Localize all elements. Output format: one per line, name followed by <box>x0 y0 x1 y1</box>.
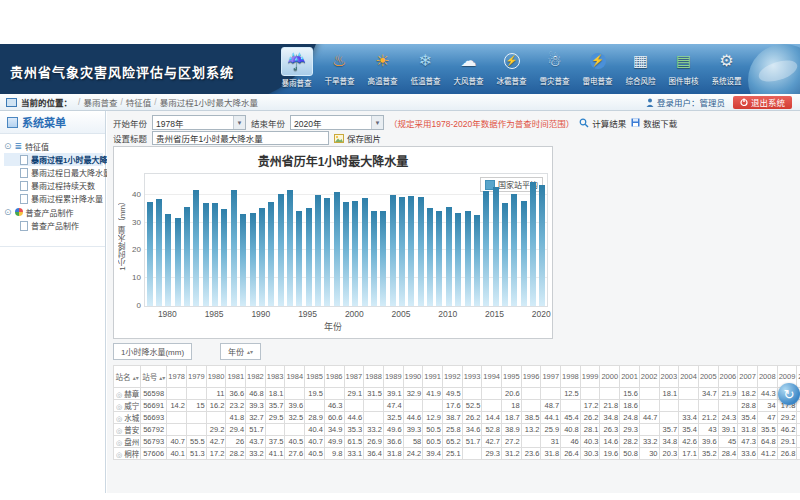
table-row[interactable]: ◎ 水城5669341.832.729.532.528.960.644.632.… <box>114 412 800 424</box>
table-row[interactable]: ◎ 普安5679229.229.451.740.434.935.333.249.… <box>114 424 800 436</box>
save-image-button[interactable]: 保存图片 <box>334 132 381 144</box>
bar-1983 <box>193 190 199 306</box>
floating-widget[interactable]: ↻ <box>778 383 800 405</box>
breadcrumb-item[interactable]: 特征值 <box>126 96 152 108</box>
year-header-1983[interactable]: 1983 <box>265 366 285 388</box>
year-header-1995[interactable]: 1995 <box>502 366 522 388</box>
value-cell: 34.8 <box>659 436 679 448</box>
sidebar-item[interactable]: 暴雨过程1小时最大降水量 <box>4 153 103 166</box>
year-header-1988[interactable]: 1988 <box>364 366 384 388</box>
value-cell: 26.2 <box>580 412 600 424</box>
nav-map-review[interactable]: ▤图件审核 <box>662 47 705 88</box>
year-header-1994[interactable]: 1994 <box>482 366 502 388</box>
x-tick-label: 1985 <box>199 309 229 319</box>
sidebar-node-普查产品制作[interactable]: ⊙普查产品制作 <box>4 205 103 219</box>
year-header-2003[interactable]: 2003 <box>659 366 679 388</box>
year-header-1982[interactable]: 1982 <box>246 366 266 388</box>
year-sort-box[interactable]: 年份 ▴▾ <box>220 343 261 360</box>
nav-low-temp-survey[interactable]: ❄低温普查 <box>404 47 447 88</box>
sidebar-item[interactable]: 暴雨过程累计降水量 <box>4 192 103 205</box>
breadcrumb-item[interactable]: 暴雨过程1小时最大降水量 <box>160 96 258 108</box>
station-name-header[interactable]: 站名 ▴▾ <box>114 366 141 388</box>
year-header-2007[interactable]: 2007 <box>738 366 758 388</box>
year-header-1990[interactable]: 1990 <box>403 366 423 388</box>
year-header-1981[interactable]: 1981 <box>226 366 246 388</box>
sidebar-item[interactable]: 暴雨过程持续天数 <box>4 179 103 192</box>
year-header-1999[interactable]: 1999 <box>580 366 600 388</box>
logout-button[interactable]: 退出系统 <box>733 96 792 109</box>
chart-title-input[interactable]: 贵州省历年1小时最大降水量 <box>152 131 329 145</box>
year-header-1987[interactable]: 1987 <box>344 366 364 388</box>
year-header-1993[interactable]: 1993 <box>462 366 482 388</box>
sidebar-item[interactable]: 暴雨过程日最大降水量 <box>4 166 103 179</box>
nav-high-temp-survey[interactable]: ☀高温普查 <box>361 47 404 88</box>
chevron-down-icon: ▼ <box>371 116 383 129</box>
sidebar-divider <box>0 246 105 247</box>
year-header-2005[interactable]: 2005 <box>698 366 718 388</box>
year-header-1978[interactable]: 1978 <box>167 366 187 388</box>
value-cell: 49.9 <box>324 436 344 448</box>
end-year-select[interactable]: 2020年 ▼ <box>290 115 384 130</box>
year-header-1989[interactable]: 1989 <box>383 366 403 388</box>
table-row[interactable]: ◎ 威宁5669114.21516.223.239.335.739.646.34… <box>114 400 800 412</box>
value-cell: 24.3 <box>718 412 738 424</box>
breadcrumb-item[interactable]: 暴雨普查 <box>83 96 117 108</box>
year-header-1980[interactable]: 1980 <box>206 366 226 388</box>
year-header-2006[interactable]: 2006 <box>718 366 738 388</box>
login-user: 登录用户：管理员 <box>646 96 725 108</box>
value-cell: 31.8 <box>383 448 403 460</box>
breadcrumb-prefix: 当前的位置： <box>21 96 72 108</box>
year-header-2002[interactable]: 2002 <box>639 366 659 388</box>
year-header-2001[interactable]: 2001 <box>620 366 640 388</box>
nav-rainstorm-survey[interactable]: ☔暴雨普查 <box>275 47 318 88</box>
year-header-1997[interactable]: 1997 <box>541 366 561 388</box>
value-cell: 32.5 <box>285 412 305 424</box>
value-cell: 18.1 <box>265 388 285 400</box>
value-cell: 46.3 <box>324 400 344 412</box>
year-header-1986[interactable]: 1986 <box>324 366 344 388</box>
radio-icon[interactable]: ◎ <box>116 403 122 410</box>
radio-icon[interactable]: ◎ <box>116 439 122 446</box>
nav-composite-risk[interactable]: ▦综合风险 <box>619 47 662 88</box>
sidebar-node-特征值[interactable]: ⊙≣特征值 <box>4 139 103 153</box>
year-header-1996[interactable]: 1996 <box>521 366 541 388</box>
sidebar-item[interactable]: 普查产品制作 <box>4 219 103 232</box>
rainstorm-survey-icon: ☔ <box>281 47 313 76</box>
value-cell: 35.4 <box>738 412 758 424</box>
radio-icon[interactable]: ◎ <box>116 415 122 422</box>
expander-icon[interactable]: ⊙ <box>4 141 12 151</box>
radio-icon[interactable]: ◎ <box>116 451 122 458</box>
year-header-1992[interactable]: 1992 <box>442 366 462 388</box>
radio-icon[interactable]: ◎ <box>116 427 122 434</box>
value-cell: 40.7 <box>305 436 325 448</box>
station-id-header[interactable]: 站号 ▴▾ <box>141 366 167 388</box>
nav-hail-survey[interactable]: ⚡冰雹普查 <box>490 47 533 88</box>
table-row[interactable]: ◎ 桐梓5760640.151.317.228.233.241.127.640.… <box>114 448 800 460</box>
year-header-1979[interactable]: 1979 <box>187 366 207 388</box>
nav-lightning-survey[interactable]: ⚡雷电普查 <box>576 47 619 88</box>
bar-2012 <box>465 211 471 306</box>
year-header-1998[interactable]: 1998 <box>561 366 581 388</box>
value-cell: 12.9 <box>423 412 443 424</box>
unit-filter-box[interactable]: 1小时降水量(mm) <box>113 343 192 360</box>
start-year-select[interactable]: 1978年 ▼ <box>152 115 246 130</box>
nav-snow-survey[interactable]: ☃雪灾普查 <box>533 47 576 88</box>
year-header-1984[interactable]: 1984 <box>285 366 305 388</box>
nav-wind-survey[interactable]: ☁大风普查 <box>447 47 490 88</box>
expander-icon[interactable]: ⊙ <box>4 207 12 217</box>
table-row[interactable]: ◎ 盘州5679340.755.542.72643.737.540.540.74… <box>114 436 800 448</box>
snow-survey-icon: ☃ <box>540 47 570 74</box>
calc-result-button[interactable]: 计算结果 <box>579 117 626 129</box>
nav-system-settings[interactable]: ⚙系统设置 <box>705 47 748 88</box>
data-download-button[interactable]: 数据下载 <box>631 117 677 129</box>
nav-drought-survey[interactable]: ♨干旱普查 <box>318 47 361 88</box>
year-header-2004[interactable]: 2004 <box>679 366 699 388</box>
year-header-1985[interactable]: 1985 <box>305 366 325 388</box>
year-header-2000[interactable]: 2000 <box>600 366 620 388</box>
nav-label: 暴雨普查 <box>282 77 312 88</box>
year-header-1991[interactable]: 1991 <box>423 366 443 388</box>
table-row[interactable]: ◎ 赫章565981136.646.818.119.529.131.539.13… <box>114 388 800 400</box>
radio-icon[interactable]: ◎ <box>116 391 122 398</box>
value-cell: 23.6 <box>521 448 541 460</box>
year-header-2008[interactable]: 2008 <box>757 366 777 388</box>
